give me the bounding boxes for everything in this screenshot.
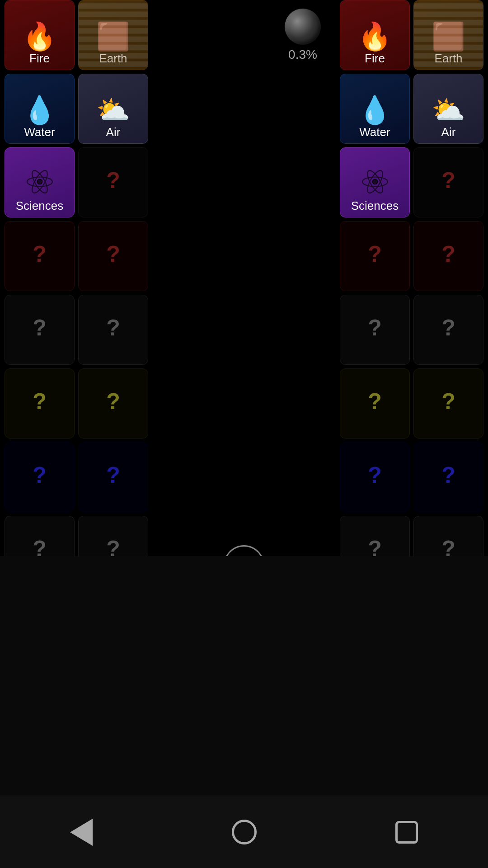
navigation-bar	[0, 796, 488, 868]
right-unknown-7b[interactable]: ?	[413, 442, 483, 512]
question-r7a: ?	[368, 462, 382, 488]
right-unknown-6a[interactable]: ?	[340, 368, 410, 439]
row-3: Sciences ? Sciences ?	[0, 147, 488, 217]
right-unknown-5a[interactable]: ?	[340, 295, 410, 365]
left-unknown-5a[interactable]: ?	[5, 295, 75, 365]
home-icon	[232, 820, 257, 844]
left-unknown-5b[interactable]: ?	[78, 295, 148, 365]
left-unknown-6a[interactable]: ?	[5, 368, 75, 439]
water-emoji-left: 💧	[23, 97, 56, 124]
right-pair-1: 🔥 Fire 🟫 Earth	[340, 0, 483, 70]
right-fire-cell[interactable]: 🔥 Fire	[340, 0, 410, 70]
question-mark-l3b: ?	[106, 167, 120, 193]
right-unknown-8b[interactable]: ?	[413, 516, 483, 556]
question-r6b: ?	[441, 388, 455, 415]
svg-point-4	[372, 179, 377, 184]
back-icon	[70, 819, 93, 846]
right-pair-5: ? ?	[340, 295, 483, 365]
left-pair-7: ? ?	[5, 442, 148, 512]
atom-icon-right	[359, 166, 391, 198]
question-r8a: ?	[368, 536, 382, 557]
right-pair-7: ? ?	[340, 442, 483, 512]
right-unknown-4b[interactable]: ?	[413, 221, 483, 291]
right-pair-3: Sciences ?	[340, 147, 483, 217]
left-unknown-7a[interactable]: ?	[5, 442, 75, 512]
question-l6a: ?	[33, 388, 47, 415]
question-r8b: ?	[441, 536, 455, 557]
right-pair-4: ? ?	[340, 221, 483, 291]
fire-label-right: Fire	[365, 52, 385, 65]
left-pair-2: 💧 Water ⛅ Air	[5, 74, 148, 144]
question-l5b: ?	[106, 315, 120, 341]
left-pair-1: 🔥 Fire 🟫 Earth	[5, 0, 148, 70]
right-earth-cell[interactable]: 🟫 Earth	[413, 0, 483, 70]
row-6: ? ? ? ?	[0, 368, 488, 439]
right-water-cell[interactable]: 💧 Water	[340, 74, 410, 144]
right-pair-6: ? ?	[340, 368, 483, 439]
water-label-left: Water	[24, 126, 55, 139]
right-unknown-3b[interactable]: ?	[413, 147, 483, 217]
settings-button[interactable]: ⚙	[224, 545, 264, 556]
row-5: ? ? ? ?	[0, 295, 488, 365]
question-r5b: ?	[441, 315, 455, 341]
question-mark-r3b: ?	[441, 167, 455, 193]
question-r4a: ?	[368, 241, 382, 267]
question-l8b: ?	[106, 536, 120, 557]
row-4: ? ? ? ?	[0, 221, 488, 291]
fire-label: Fire	[29, 52, 50, 65]
left-unknown-7b[interactable]: ?	[78, 442, 148, 512]
left-unknown-4b[interactable]: ?	[78, 221, 148, 291]
left-unknown-4a[interactable]: ?	[5, 221, 75, 291]
right-pair-2: 💧 Water ⛅ Air	[340, 74, 483, 144]
recents-icon	[395, 821, 418, 844]
right-unknown-5b[interactable]: ?	[413, 295, 483, 365]
left-air-cell[interactable]: ⛅ Air	[78, 74, 148, 144]
air-emoji-left: ⛅	[96, 97, 130, 124]
right-sciences-cell[interactable]: Sciences	[340, 147, 410, 217]
left-unknown-8b[interactable]: ?	[78, 516, 148, 556]
right-unknown-6b[interactable]: ?	[413, 368, 483, 439]
left-unknown-8a[interactable]: ?	[5, 516, 75, 556]
left-earth-cell[interactable]: 🟫 Earth	[78, 0, 148, 70]
question-l4a: ?	[33, 241, 47, 267]
progress-indicator: 0.3%	[285, 9, 321, 62]
left-pair-5: ? ?	[5, 295, 148, 365]
right-unknown-8a[interactable]: ?	[340, 516, 410, 556]
air-label-right: Air	[441, 126, 456, 139]
row-7: ? ? ? ?	[0, 442, 488, 512]
row-1: 🔥 Fire 🟫 Earth 0.3% 🔥 Fire 🟫 Earth	[0, 0, 488, 70]
air-emoji-right: ⛅	[432, 97, 465, 124]
sciences-label-left: Sciences	[16, 199, 64, 212]
gear-icon: ⚙	[234, 552, 254, 556]
atom-icon-left	[24, 166, 56, 198]
left-unknown-6b[interactable]: ?	[78, 368, 148, 439]
question-l7a: ?	[33, 462, 47, 488]
question-l5a: ?	[33, 315, 47, 341]
home-button[interactable]	[226, 814, 262, 850]
right-air-cell[interactable]: ⛅ Air	[413, 74, 483, 144]
left-pair-8: ? ?	[5, 516, 148, 556]
fire-emoji-right: 🔥	[358, 23, 392, 50]
left-water-cell[interactable]: 💧 Water	[5, 74, 75, 144]
left-pair-3: Sciences ?	[5, 147, 148, 217]
right-unknown-4a[interactable]: ?	[340, 221, 410, 291]
left-fire-cell[interactable]: 🔥 Fire	[5, 0, 75, 70]
left-pair-6: ? ?	[5, 368, 148, 439]
left-sciences-cell[interactable]: Sciences	[5, 147, 75, 217]
right-pair-8: ? ?	[340, 516, 483, 556]
bottom-content-area	[0, 556, 488, 796]
progress-ball	[285, 9, 321, 45]
recents-button[interactable]	[389, 814, 425, 850]
question-r7b: ?	[441, 462, 455, 488]
left-unknown-3b[interactable]: ?	[78, 147, 148, 217]
question-r6a: ?	[368, 388, 382, 415]
question-l4b: ?	[106, 241, 120, 267]
air-label-left: Air	[106, 126, 121, 139]
question-r5a: ?	[368, 315, 382, 341]
question-r4b: ?	[441, 241, 455, 267]
sciences-label-right: Sciences	[351, 199, 399, 212]
question-l6b: ?	[106, 388, 120, 415]
back-button[interactable]	[63, 814, 99, 850]
progress-area: 0.3%	[167, 9, 321, 62]
right-unknown-7a[interactable]: ?	[340, 442, 410, 512]
